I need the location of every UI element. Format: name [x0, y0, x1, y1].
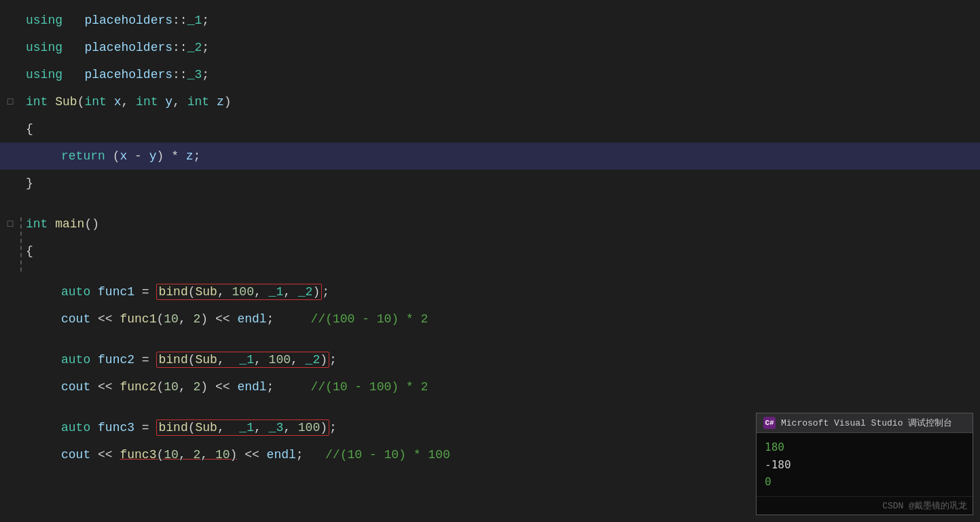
- line-content-func1: auto func1 = bind(Sub, 100, _1, _2);: [20, 284, 980, 300]
- ns-placeholders-2: placeholders: [84, 41, 173, 54]
- code-line-1: using placeholders::_1;: [0, 7, 980, 34]
- debug-output-2: -180: [765, 456, 964, 474]
- debug-title-bar: C# Microsoft Visual Studio 调试控制台: [757, 413, 973, 433]
- code-line-brace-open: {: [0, 115, 980, 143]
- cout-3: cout: [61, 448, 90, 462]
- debug-output-3: 0: [765, 473, 964, 491]
- keyword-return: return: [61, 149, 105, 163]
- code-line-sub-decl: □ int Sub(int x, int y, int z): [0, 88, 980, 115]
- code-line-empty1: [0, 197, 980, 210]
- line-content-close: }: [20, 176, 980, 190]
- code-editor: using placeholders::_1; using placeholde…: [0, 0, 980, 522]
- cout-1: cout: [61, 312, 90, 326]
- ns-placeholders-1: placeholders: [84, 14, 173, 27]
- code-line-func2: auto func2 = bind(Sub, _1, 100, _2);: [0, 346, 980, 373]
- bind-call-1: bind(Sub, 100, _1, _2): [156, 284, 322, 300]
- var-func3: func3: [98, 421, 134, 434]
- func-main-name: main: [55, 217, 84, 231]
- code-line-2: using placeholders::_2;: [0, 34, 980, 61]
- func-sub-name: Sub: [55, 95, 77, 109]
- code-line-main-decl: □ int main(): [0, 210, 980, 238]
- bind-call-2: bind(Sub, _1, 100, _2): [156, 352, 329, 368]
- debug-output-area: 180 -180 0: [757, 433, 973, 496]
- kw-auto-3: auto: [61, 421, 90, 434]
- line-content-brace: {: [20, 122, 980, 136]
- debug-watermark: CSDN @戴墨镜的巩龙: [757, 496, 973, 515]
- comment-2: //(10 - 100) * 2: [310, 380, 428, 394]
- code-line-return: return (x - y) * z;: [0, 143, 980, 170]
- bind-call-3: bind(Sub, _1, _3, 100): [156, 420, 329, 436]
- code-line-empty2: [0, 265, 980, 278]
- code-line-cout2: cout << func2(10, 2) << endl; //(10 - 10…: [0, 373, 980, 400]
- debug-title-text: Microsoft Visual Studio 调试控制台: [781, 417, 952, 429]
- code-line-empty4: [0, 400, 980, 414]
- keyword-using-2: using: [26, 41, 62, 54]
- code-line-empty3: [0, 333, 980, 346]
- code-line-func1: auto func1 = bind(Sub, 100, _1, _2);: [0, 278, 980, 305]
- cout-2: cout: [61, 380, 90, 394]
- line-content-main: int main(): [20, 217, 980, 231]
- keyword-using-1: using: [26, 14, 62, 27]
- line-content-1: using placeholders::_1;: [20, 14, 980, 27]
- ns-placeholders-3: placeholders: [84, 68, 173, 81]
- code-line-brace-close: }: [0, 170, 980, 197]
- line-content-sub: int Sub(int x, int y, int z): [20, 95, 980, 109]
- debug-console: C# Microsoft Visual Studio 调试控制台 180 -18…: [756, 413, 973, 515]
- line-content-main-brace: {: [20, 244, 980, 258]
- func2-call: func2: [120, 380, 156, 394]
- line-content-cout1: cout << func1(10, 2) << endl; //(100 - 1…: [20, 312, 980, 326]
- line-gutter-sub: □: [0, 96, 20, 107]
- line-content-2: using placeholders::_2;: [20, 41, 980, 54]
- var-func1: func1: [98, 285, 134, 299]
- func3-call: func3: [120, 448, 156, 462]
- kw-auto-1: auto: [61, 285, 90, 299]
- line-content-func2: auto func2 = bind(Sub, _1, 100, _2);: [20, 352, 980, 368]
- line-content-cout2: cout << func2(10, 2) << endl; //(10 - 10…: [20, 380, 980, 394]
- line-gutter-main: □: [0, 219, 20, 229]
- line-content-return: return (x - y) * z;: [20, 149, 980, 163]
- code-line-cout1: cout << func1(10, 2) << endl; //(100 - 1…: [0, 305, 980, 333]
- type-int-main: int: [26, 217, 48, 231]
- ph-2: _2: [187, 41, 202, 54]
- debug-output-1: 180: [765, 439, 964, 456]
- comment-3: //(10 - 10) * 100: [325, 448, 450, 462]
- debug-icon: C#: [763, 417, 776, 429]
- ph-3: _3: [187, 68, 202, 81]
- line-content-3: using placeholders::_3;: [20, 68, 980, 81]
- var-func2: func2: [98, 353, 134, 367]
- comment-1: //(100 - 10) * 2: [310, 312, 428, 326]
- code-line-3: using placeholders::_3;: [0, 61, 980, 88]
- kw-auto-2: auto: [61, 353, 90, 367]
- type-int-sub: int: [26, 95, 48, 109]
- ph-1: _1: [187, 14, 202, 27]
- keyword-using-3: using: [26, 68, 62, 81]
- func1-call: func1: [120, 312, 156, 326]
- watermark-text: CSDN @戴墨镜的巩龙: [882, 500, 967, 512]
- code-line-main-brace: {: [0, 238, 980, 265]
